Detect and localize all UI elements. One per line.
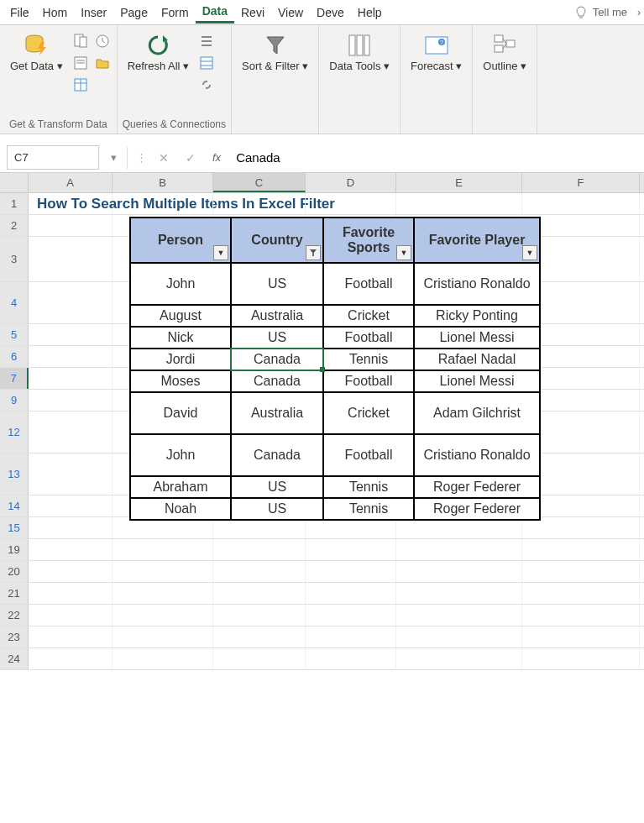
row-header-21[interactable]: 21 bbox=[0, 583, 29, 604]
cell-B24[interactable] bbox=[113, 648, 213, 669]
table-cell[interactable]: John bbox=[130, 434, 231, 476]
row-header-5[interactable]: 5 bbox=[0, 324, 29, 345]
cell-A6[interactable] bbox=[29, 346, 113, 367]
cell-F1[interactable] bbox=[522, 193, 640, 214]
cell-E19[interactable] bbox=[396, 539, 522, 560]
table-cell[interactable]: US bbox=[231, 263, 323, 305]
table-cell[interactable]: Cricket bbox=[323, 392, 414, 434]
from-web-button[interactable] bbox=[71, 54, 90, 72]
row-header-12[interactable]: 12 bbox=[0, 412, 29, 453]
row-header-9[interactable]: 9 bbox=[0, 390, 29, 411]
accept-formula-button[interactable]: ✓ bbox=[177, 151, 204, 165]
cell-A12[interactable] bbox=[29, 412, 113, 453]
tab-page[interactable]: Page bbox=[113, 3, 154, 23]
column-header-F[interactable]: F bbox=[522, 173, 640, 192]
filter-button-person[interactable]: ▼ bbox=[213, 245, 228, 260]
table-cell[interactable]: Roger Federer bbox=[414, 476, 540, 498]
cell-C19[interactable] bbox=[213, 539, 306, 560]
cell-D22[interactable] bbox=[306, 605, 396, 626]
table-cell[interactable]: Nick bbox=[130, 327, 231, 349]
row-header-15[interactable]: 15 bbox=[0, 517, 29, 538]
tab-deve[interactable]: Deve bbox=[310, 3, 351, 23]
cell-B21[interactable] bbox=[113, 583, 213, 604]
table-cell[interactable]: David bbox=[130, 392, 231, 434]
cell-F21[interactable] bbox=[522, 583, 640, 604]
existing-connections-button[interactable] bbox=[93, 54, 112, 72]
cell-F20[interactable] bbox=[522, 561, 640, 582]
table-cell[interactable]: Tennis bbox=[323, 498, 414, 520]
tab-file[interactable]: File bbox=[3, 3, 36, 23]
chevron-right-icon[interactable]: › bbox=[637, 7, 641, 18]
cell-C24[interactable] bbox=[213, 648, 306, 669]
cell-A1[interactable]: How To Search Multiple Items In Excel Fi… bbox=[29, 193, 113, 214]
table-cell[interactable]: Lionel Messi bbox=[414, 370, 540, 392]
cell-E20[interactable] bbox=[396, 561, 522, 582]
column-header-A[interactable]: A bbox=[29, 173, 113, 192]
cell-C1[interactable] bbox=[213, 193, 306, 214]
row-header-23[interactable]: 23 bbox=[0, 626, 29, 647]
table-cell[interactable]: Lionel Messi bbox=[414, 327, 540, 349]
table-cell[interactable]: Cricket bbox=[323, 305, 414, 327]
filter-button-country[interactable] bbox=[306, 245, 321, 260]
cell-D20[interactable] bbox=[306, 561, 396, 582]
table-cell[interactable]: Jordi bbox=[130, 349, 231, 370]
cell-A13[interactable] bbox=[29, 453, 113, 495]
table-cell[interactable]: Noah bbox=[130, 498, 231, 520]
tab-view[interactable]: View bbox=[271, 3, 310, 23]
table-cell[interactable]: US bbox=[231, 476, 323, 498]
refresh-all-button[interactable]: Refresh All ▾ bbox=[123, 29, 194, 76]
tab-form[interactable]: Form bbox=[154, 3, 196, 23]
row-header-20[interactable]: 20 bbox=[0, 561, 29, 582]
table-cell[interactable]: Cristiano Ronaldo bbox=[414, 263, 540, 305]
cell-A19[interactable] bbox=[29, 539, 113, 560]
row-header-22[interactable]: 22 bbox=[0, 605, 29, 626]
queries-button[interactable] bbox=[197, 32, 216, 50]
cell-B23[interactable] bbox=[113, 626, 213, 647]
select-all-corner[interactable] bbox=[0, 173, 29, 192]
table-cell[interactable]: Ricky Ponting bbox=[414, 305, 540, 327]
cell-A3[interactable] bbox=[29, 237, 113, 281]
tab-data[interactable]: Data bbox=[196, 1, 234, 24]
table-cell[interactable]: Football bbox=[323, 327, 414, 349]
table-cell[interactable]: Roger Federer bbox=[414, 498, 540, 520]
row-header-13[interactable]: 13 bbox=[0, 453, 29, 495]
cell-B20[interactable] bbox=[113, 561, 213, 582]
cell-D21[interactable] bbox=[306, 583, 396, 604]
cell-D1[interactable] bbox=[306, 193, 396, 214]
formula-input[interactable] bbox=[229, 145, 644, 170]
tell-me-search[interactable]: Tell me bbox=[569, 6, 632, 19]
cell-A23[interactable] bbox=[29, 626, 113, 647]
cell-C23[interactable] bbox=[213, 626, 306, 647]
column-header-C[interactable]: C bbox=[213, 173, 306, 192]
table-cell[interactable]: Adam Gilchrist bbox=[414, 392, 540, 434]
row-header-2[interactable]: 2 bbox=[0, 215, 29, 236]
column-header-D[interactable]: D bbox=[306, 173, 396, 192]
table-cell[interactable]: Tennis bbox=[323, 476, 414, 498]
table-cell[interactable]: Moses bbox=[130, 370, 231, 392]
cell-D23[interactable] bbox=[306, 626, 396, 647]
cell-E21[interactable] bbox=[396, 583, 522, 604]
table-cell[interactable]: US bbox=[231, 327, 323, 349]
table-cell[interactable]: Tennis bbox=[323, 349, 414, 370]
cell-A20[interactable] bbox=[29, 561, 113, 582]
cell-A21[interactable] bbox=[29, 583, 113, 604]
cell-D24[interactable] bbox=[306, 648, 396, 669]
from-text-button[interactable] bbox=[71, 32, 90, 50]
table-cell[interactable]: Australia bbox=[231, 305, 323, 327]
row-header-19[interactable]: 19 bbox=[0, 539, 29, 560]
cell-E23[interactable] bbox=[396, 626, 522, 647]
tab-inser[interactable]: Inser bbox=[74, 3, 113, 23]
from-table-button[interactable] bbox=[71, 76, 90, 94]
table-cell[interactable]: Abraham bbox=[130, 476, 231, 498]
table-cell[interactable]: Australia bbox=[231, 392, 323, 434]
name-box[interactable]: C7 bbox=[7, 145, 99, 170]
table-cell[interactable]: US bbox=[231, 498, 323, 520]
edit-links-button[interactable] bbox=[197, 76, 216, 94]
cell-F22[interactable] bbox=[522, 605, 640, 626]
row-header-1[interactable]: 1 bbox=[0, 193, 29, 214]
cell-B22[interactable] bbox=[113, 605, 213, 626]
cell-A7[interactable] bbox=[29, 368, 113, 389]
outline-button[interactable]: Outline ▾ bbox=[478, 29, 531, 76]
row-header-14[interactable]: 14 bbox=[0, 495, 29, 516]
tab-help[interactable]: Help bbox=[351, 3, 389, 23]
